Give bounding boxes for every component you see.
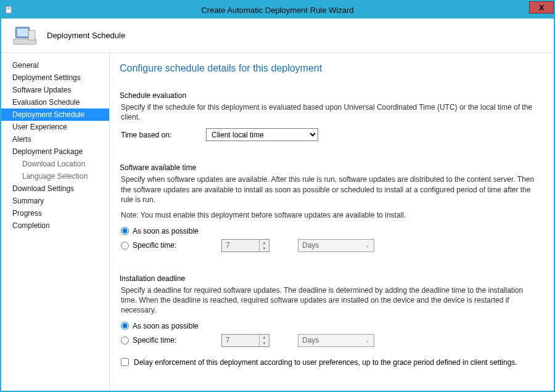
radio-label: Specific time: [133, 336, 218, 345]
sidebar-item-label: Completion [12, 221, 50, 230]
time-based-row: Time based on: Client local time [120, 128, 540, 141]
computer-icon [12, 24, 38, 47]
sidebar-item-download-settings[interactable]: Download Settings [1, 182, 109, 195]
spinner-buttons: ▲ ▼ [259, 240, 269, 251]
close-icon: X [539, 3, 545, 12]
wizard-window: Create Automatic Deployment Rule Wizard … [0, 0, 555, 392]
delay-enforcement-checkbox[interactable] [121, 358, 129, 366]
sidebar-item-language-selection[interactable]: Language Selection [1, 170, 109, 182]
time-based-label: Time based on: [120, 131, 206, 139]
section-label: Software available time [120, 163, 540, 172]
sidebar-item-label: Summary [12, 197, 44, 205]
sidebar-item-alerts[interactable]: Alerts [1, 133, 109, 145]
header-strip: Deployment Schedule [1, 18, 554, 53]
available-specific-row: Specific time: ▲ ▼ Days ⌄ [121, 239, 540, 252]
spinner-down-icon: ▼ [260, 245, 269, 251]
section-label: Schedule evaluation [120, 91, 540, 100]
svg-rect-2 [7, 9, 10, 9]
sidebar-item-label: Language Selection [22, 172, 88, 181]
checkbox-label: Delay enforcement of this deployment acc… [134, 358, 517, 367]
sidebar-item-label: User Experience [12, 123, 67, 131]
section-available-time: Software available time Specify when sof… [120, 163, 540, 252]
spinner-input [222, 335, 259, 346]
spinner-buttons: ▲ ▼ [259, 335, 269, 346]
time-based-combo[interactable]: Client local time [206, 128, 318, 141]
radio-label: As soon as possible [133, 227, 199, 235]
sidebar-item-software-updates[interactable]: Software Updates [1, 84, 109, 96]
sidebar-item-evaluation-schedule[interactable]: Evaluation Schedule [1, 96, 109, 108]
available-asap-radio[interactable] [121, 227, 129, 235]
svg-rect-0 [6, 7, 12, 14]
available-specific-radio[interactable] [121, 242, 129, 250]
sidebar-item-general[interactable]: General [1, 59, 109, 71]
combo-value: Days [302, 336, 319, 345]
spinner-up-icon: ▲ [260, 240, 269, 246]
sidebar-item-label: Deployment Package [12, 147, 83, 156]
titlebar-title: Create Automatic Deployment Rule Wizard [201, 6, 353, 15]
sidebar-item-deployment-settings[interactable]: Deployment Settings [1, 71, 109, 84]
sidebar-item-download-location[interactable]: Download Location [1, 158, 109, 170]
wizard-body: General Deployment Settings Software Upd… [1, 53, 554, 391]
sidebar-item-label: Software Updates [12, 86, 71, 94]
sidebar-item-deployment-schedule[interactable]: Deployment Schedule [1, 108, 109, 121]
section-label: Installation deadline [120, 274, 540, 283]
deadline-asap-radio[interactable] [121, 322, 129, 330]
sidebar: General Deployment Settings Software Upd… [1, 53, 110, 391]
sidebar-item-label: General [12, 61, 39, 70]
sidebar-item-label: Deployment Schedule [12, 110, 84, 119]
sidebar-item-label: Alerts [12, 135, 31, 144]
deadline-specific-radio[interactable] [121, 337, 129, 345]
sidebar-item-label: Deployment Settings [12, 73, 81, 82]
sidebar-item-progress[interactable]: Progress [1, 207, 109, 219]
chevron-down-icon: ⌄ [365, 242, 374, 248]
deadline-specific-row: Specific time: ▲ ▼ Days ⌄ [121, 334, 540, 347]
sidebar-item-completion[interactable]: Completion [1, 219, 109, 232]
section-schedule-evaluation: Schedule evaluation Specify if the sched… [120, 91, 540, 141]
sidebar-item-summary[interactable]: Summary [1, 195, 109, 207]
app-icon [5, 6, 14, 14]
sidebar-item-label: Download Settings [12, 184, 74, 193]
svg-rect-6 [28, 30, 35, 40]
sidebar-item-label: Evaluation Schedule [12, 98, 80, 107]
svg-rect-4 [17, 28, 28, 36]
header-title: Deployment Schedule [47, 31, 125, 40]
sidebar-item-user-experience[interactable]: User Experience [1, 121, 109, 133]
section-desc: Specify a deadline for required software… [120, 285, 540, 316]
chevron-down-icon: ⌄ [365, 337, 374, 343]
close-button[interactable]: X [529, 1, 554, 14]
spinner-down-icon: ▼ [260, 340, 269, 346]
section-desc: Specify when software updates are availa… [120, 174, 540, 205]
sidebar-item-label: Progress [12, 209, 42, 218]
page-title: Configure schedule details for this depl… [120, 63, 540, 74]
deadline-unit-combo: Days ⌄ [298, 334, 374, 347]
section-desc: Specify if the schedule for this deploym… [120, 102, 540, 122]
combo-value: Days [302, 241, 319, 250]
available-asap-row: As soon as possible [121, 227, 540, 235]
content-pane: Configure schedule details for this depl… [110, 53, 554, 391]
deadline-asap-row: As soon as possible [121, 322, 540, 330]
svg-rect-1 [7, 8, 10, 9]
sidebar-item-deployment-package[interactable]: Deployment Package [1, 145, 109, 158]
spinner-input [222, 240, 259, 251]
deadline-time-spinner: ▲ ▼ [221, 334, 269, 347]
section-installation-deadline: Installation deadline Specify a deadline… [120, 274, 540, 347]
sidebar-item-label: Download Location [22, 160, 85, 168]
radio-label: Specific time: [133, 241, 218, 250]
note-text: Note: You must enable this deployment be… [120, 211, 540, 219]
available-unit-combo: Days ⌄ [298, 239, 374, 252]
radio-label: As soon as possible [133, 322, 199, 330]
titlebar: Create Automatic Deployment Rule Wizard … [1, 1, 554, 18]
delay-enforcement-row: Delay enforcement of this deployment acc… [120, 358, 540, 367]
spinner-up-icon: ▲ [260, 335, 269, 341]
available-time-spinner: ▲ ▼ [221, 239, 269, 252]
